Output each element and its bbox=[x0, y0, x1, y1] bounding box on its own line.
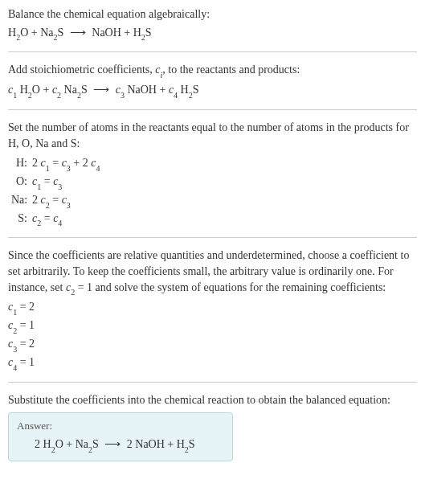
atoms-table: H: 2 c1 = c3 + 2 c4 O: c1 = c3 Na: 2 c2 … bbox=[11, 154, 417, 227]
species-h2s: H2S bbox=[133, 27, 152, 39]
section-substitute: Substitute the coefficients into the che… bbox=[8, 392, 417, 461]
coef-c2: c2 = 1 bbox=[8, 317, 417, 335]
atoms-row-s: S: c2 = c4 bbox=[11, 210, 417, 228]
species-h2s: H2S bbox=[181, 84, 199, 96]
species-h2o: H2O bbox=[43, 438, 63, 450]
species-h2o: H2O bbox=[8, 27, 28, 39]
stoich-text: Add stoichiometric coefficients, ci, to … bbox=[8, 62, 417, 80]
section-stoichiometric: Add stoichiometric coefficients, ci, to … bbox=[8, 62, 417, 110]
solve-text: Since the coefficients are relative quan… bbox=[8, 248, 417, 297]
answer-box: Answer: 2 H2O + Na2S ⟶ 2 NaOH + H2S bbox=[8, 412, 233, 461]
species-na2s: Na2S bbox=[76, 438, 99, 450]
species-na2s: Na2S bbox=[64, 84, 88, 96]
section-solve: Since the coefficients are relative quan… bbox=[8, 248, 417, 382]
answer-label: Answer: bbox=[17, 420, 224, 432]
species-naoh: NaOH bbox=[127, 84, 157, 96]
species-h2o: H2O bbox=[20, 84, 40, 96]
reaction-arrow: ⟶ bbox=[93, 81, 109, 98]
unbalanced-equation: H2O + Na2S ⟶ NaOH + H2S bbox=[8, 24, 417, 43]
atoms-row-na: Na: 2 c2 = c3 bbox=[11, 191, 417, 210]
balanced-equation: 2 H2O + Na2S ⟶ 2 NaOH + H2S bbox=[17, 437, 224, 453]
species-naoh: NaOH bbox=[135, 438, 165, 450]
reaction-arrow: ⟶ bbox=[104, 437, 121, 451]
species-na2s: Na2S bbox=[40, 27, 63, 39]
coeff-equation: c1 H2O + c2 Na2S ⟶ c3 NaOH + c4 H2S bbox=[8, 81, 417, 100]
coef-c3: c3 = 2 bbox=[8, 335, 417, 354]
species-h2s: H2S bbox=[177, 438, 195, 450]
reaction-arrow: ⟶ bbox=[70, 24, 86, 41]
coef-c1: c1 = 2 bbox=[8, 298, 417, 317]
coef-c4: c4 = 1 bbox=[8, 354, 417, 372]
section-balance-header: Balance the chemical equation algebraica… bbox=[8, 6, 417, 52]
atoms-row-o: O: c1 = c3 bbox=[11, 173, 417, 191]
atoms-text: Set the number of atoms in the reactants… bbox=[8, 120, 417, 151]
atoms-row-h: H: 2 c1 = c3 + 2 c4 bbox=[11, 154, 417, 173]
species-naoh: NaOH bbox=[92, 27, 121, 39]
section-atoms: Set the number of atoms in the reactants… bbox=[8, 120, 417, 238]
substitute-text: Substitute the coefficients into the che… bbox=[8, 392, 417, 408]
coefficient-list: c1 = 2 c2 = 1 c3 = 2 c4 = 1 bbox=[8, 298, 417, 371]
balance-title: Balance the chemical equation algebraica… bbox=[8, 6, 417, 23]
